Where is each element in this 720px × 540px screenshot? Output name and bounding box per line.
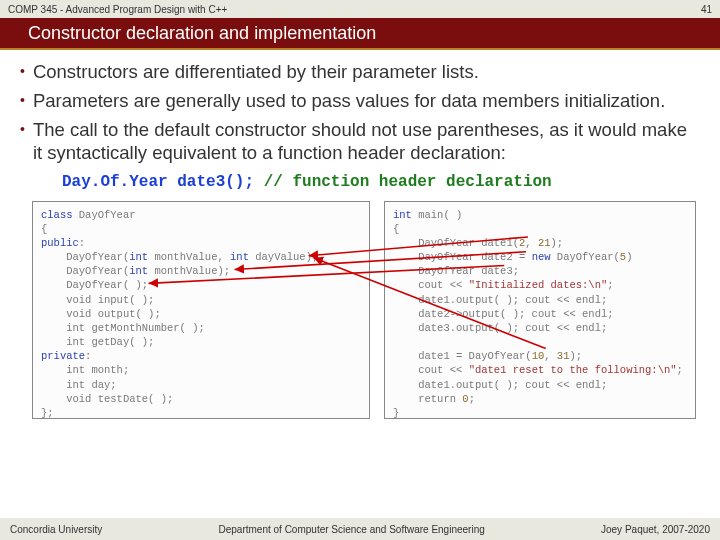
content-area: • Constructors are differentiated by the… <box>0 50 720 540</box>
right-code-box: int main( ) { DayOfYear date1(2, 21); Da… <box>384 201 696 419</box>
bullet-dot-icon: • <box>20 118 25 164</box>
left-code-box: class DayOfYear { public: DayOfYear(int … <box>32 201 370 419</box>
top-header-bar: COMP 345 - Advanced Program Design with … <box>0 0 720 18</box>
bullet-text: Constructors are differentiated by their… <box>33 60 479 83</box>
code-comment: // function header declaration <box>264 173 552 191</box>
bullet-dot-icon: • <box>20 60 25 83</box>
bullet-item: • Constructors are differentiated by the… <box>20 60 700 83</box>
slide-title: Constructor declaration and implementati… <box>28 23 376 44</box>
course-label: COMP 345 - Advanced Program Design with … <box>8 4 227 15</box>
code-figures: class DayOfYear { public: DayOfYear(int … <box>32 201 688 426</box>
inline-code-example: Day.Of.Year date3(); // function header … <box>62 173 700 191</box>
bullet-text: Parameters are generally used to pass va… <box>33 89 665 112</box>
footer-left: Concordia University <box>10 524 102 535</box>
footer-bar: Concordia University Department of Compu… <box>0 518 720 540</box>
bullet-text: The call to the default constructor shou… <box>33 118 700 164</box>
title-bar: Constructor declaration and implementati… <box>0 18 720 50</box>
bullet-item: • Parameters are generally used to pass … <box>20 89 700 112</box>
code-stmt: Day.Of.Year date3(); <box>62 173 254 191</box>
footer-right: Joey Paquet, 2007-2020 <box>601 524 710 535</box>
bullet-item: • The call to the default constructor sh… <box>20 118 700 164</box>
footer-center: Department of Computer Science and Softw… <box>219 524 485 535</box>
page-number: 41 <box>701 4 712 15</box>
slide: COMP 345 - Advanced Program Design with … <box>0 0 720 540</box>
bullet-dot-icon: • <box>20 89 25 112</box>
